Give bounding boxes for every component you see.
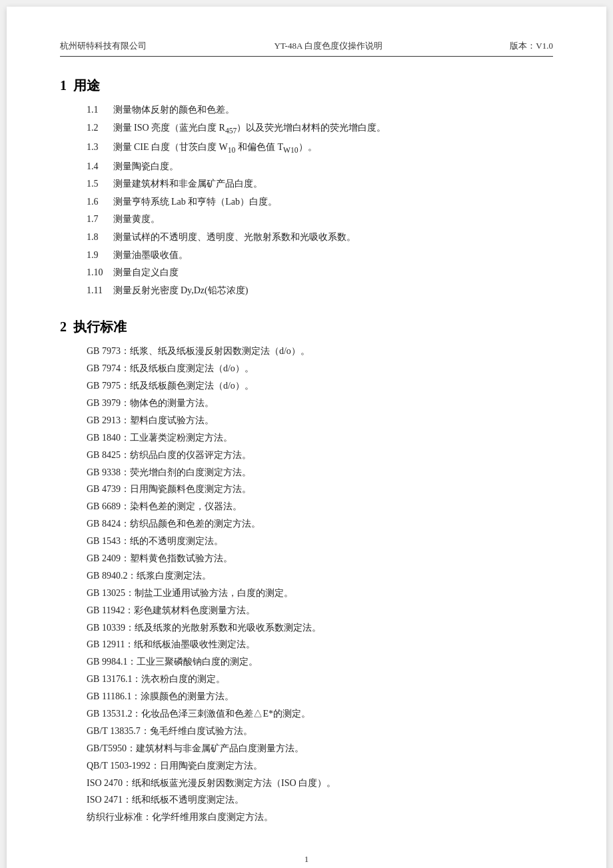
section-2-heading: 执行标准 bbox=[73, 318, 127, 336]
standard-item: GB/T5950：建筑材料与非金属矿产品白度测量方法。 bbox=[87, 740, 553, 757]
standard-item: GB 11942：彩色建筑材料色度测量方法。 bbox=[87, 602, 553, 619]
standard-item: GB 1543：纸的不透明度测定法。 bbox=[87, 533, 553, 550]
list-item: 1.2 测量 ISO 亮度（蓝光白度 R457）以及荧光增白材料的荧光增白度。 bbox=[87, 119, 553, 139]
page-footer: 1 bbox=[7, 854, 606, 865]
standard-item: GB 2409：塑料黄色指数试验方法。 bbox=[87, 550, 553, 567]
page-number: 1 bbox=[305, 854, 309, 864]
standard-item: GB 12911：纸和纸板油墨吸收性测定法。 bbox=[87, 636, 553, 653]
list-item: 1.1 测量物体反射的颜色和色差。 bbox=[87, 101, 553, 119]
section-2-number: 2 bbox=[60, 319, 67, 335]
standard-item: GB 13025：制盐工业通用试验方法，白度的测定。 bbox=[87, 585, 553, 602]
section-1-heading: 用途 bbox=[73, 77, 100, 95]
section-2: 2 执行标准 GB 7973：纸浆、纸及纸板漫反射因数测定法（d/o）。 GB … bbox=[60, 318, 553, 826]
standard-item: GB 7973：纸浆、纸及纸板漫反射因数测定法（d/o）。 bbox=[87, 343, 553, 360]
standard-item: GB 2913：塑料白度试验方法。 bbox=[87, 412, 553, 429]
standard-item: GB 1840：工业薯类淀粉测定方法。 bbox=[87, 429, 553, 447]
standard-item: GB 8424：纺织品颜色和色差的测定方法。 bbox=[87, 515, 553, 533]
standard-item: GB 13176.1：洗衣粉白度的测定。 bbox=[87, 671, 553, 688]
standard-item: 纺织行业标准：化学纤维用浆白度测定方法。 bbox=[87, 809, 553, 826]
standard-item: ISO 2470：纸和纸板蓝光漫反射因数测定方法（ISO 白度）。 bbox=[87, 775, 553, 792]
header-title: YT-48A 白度色度仪操作说明 bbox=[274, 40, 382, 52]
standard-item: GB 3979：物体色的测量方法。 bbox=[87, 395, 553, 412]
list-item: 1.7 测量黄度。 bbox=[87, 211, 553, 229]
standard-item: GB 10339：纸及纸浆的光散射系数和光吸收系数测定法。 bbox=[87, 619, 553, 637]
page-header: 杭州研特科技有限公司 YT-48A 白度色度仪操作说明 版本：V1.0 bbox=[60, 40, 553, 57]
version-label: 版本： bbox=[510, 41, 536, 51]
standard-item: GB 9338：荧光增白剂的白度测定方法。 bbox=[87, 464, 553, 481]
standard-item: GB 11186.1：涂膜颜色的测量方法。 bbox=[87, 688, 553, 705]
list-item: 1.10 测量自定义白度 bbox=[87, 264, 553, 282]
standard-item: GB 8425：纺织品白度的仪器评定方法。 bbox=[87, 447, 553, 464]
standard-item: GB 7975：纸及纸板颜色测定法（d/o）。 bbox=[87, 377, 553, 395]
standard-item: GB 7974：纸及纸板白度测定法（d/o）。 bbox=[87, 360, 553, 377]
list-item: 1.4 测量陶瓷白度。 bbox=[87, 158, 553, 176]
list-item: 1.8 测量试样的不透明度、透明度、光散射系数和光吸收系数。 bbox=[87, 229, 553, 247]
version-value: V1.0 bbox=[536, 41, 553, 51]
section-1-title: 1 用途 bbox=[60, 77, 553, 95]
standard-item: GB 6689：染料色差的测定，仪器法。 bbox=[87, 498, 553, 515]
standard-item: GB 13531.2：化妆品色泽三刺激值和色差△E*的测定。 bbox=[87, 705, 553, 723]
section-1-number: 1 bbox=[60, 78, 67, 93]
standard-item: GB/T 13835.7：兔毛纤维白度试验方法。 bbox=[87, 723, 553, 740]
standard-item: QB/T 1503-1992：日用陶瓷白度测定方法。 bbox=[87, 757, 553, 775]
document-page: 杭州研特科技有限公司 YT-48A 白度色度仪操作说明 版本：V1.0 1 用途… bbox=[7, 7, 606, 868]
standard-item: GB 8940.2：纸浆白度测定法。 bbox=[87, 567, 553, 585]
list-item: 1.5 测量建筑材料和非金属矿产品白度。 bbox=[87, 175, 553, 193]
header-version: 版本：V1.0 bbox=[510, 40, 553, 52]
section-1-list: 1.1 测量物体反射的颜色和色差。 1.2 测量 ISO 亮度（蓝光白度 R45… bbox=[60, 101, 553, 299]
section-1: 1 用途 1.1 测量物体反射的颜色和色差。 1.2 测量 ISO 亮度（蓝光白… bbox=[60, 77, 553, 299]
list-item: 1.6 测量亨特系统 Lab 和亨特（Lab）白度。 bbox=[87, 193, 553, 211]
list-item: 1.3 测量 CIE 白度（甘茨白度 W10 和偏色值 TW10）。 bbox=[87, 139, 553, 158]
standard-item: ISO 2471：纸和纸板不透明度测定法。 bbox=[87, 791, 553, 809]
standard-item: GB 4739：日用陶瓷颜料色度测定方法。 bbox=[87, 481, 553, 498]
standard-item: GB 9984.1：工业三聚磷酸钠白度的测定。 bbox=[87, 653, 553, 671]
list-item: 1.9 测量油墨吸收值。 bbox=[87, 247, 553, 265]
standards-list: GB 7973：纸浆、纸及纸板漫反射因数测定法（d/o）。 GB 7974：纸及… bbox=[87, 343, 553, 826]
header-company: 杭州研特科技有限公司 bbox=[60, 40, 147, 52]
list-item: 1.11 测量反射光密度 Dy,Dz(铅芯浓度) bbox=[87, 282, 553, 300]
section-2-title: 2 执行标准 bbox=[60, 318, 553, 336]
